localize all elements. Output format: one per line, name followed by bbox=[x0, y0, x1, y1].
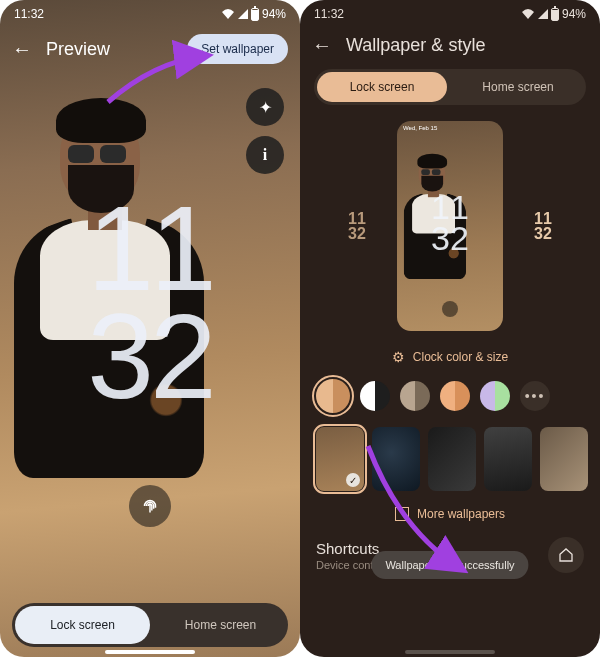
color-swatches: ••• bbox=[300, 379, 600, 427]
status-bar: 11:32 94% bbox=[0, 0, 300, 28]
wallpaper-thumb-4[interactable] bbox=[484, 427, 532, 491]
clock-style-option-left[interactable]: 1132 bbox=[335, 201, 379, 251]
wallpaper-thumb-5[interactable] bbox=[540, 427, 588, 491]
lock-clock: 11 32 bbox=[87, 194, 212, 410]
top-bar: ← Preview Set wallpaper bbox=[0, 28, 300, 70]
clock-style-row: 1132 Wed, Feb 15 1132 1132 bbox=[300, 117, 600, 341]
color-swatch-4[interactable] bbox=[440, 381, 470, 411]
battery-pct: 94% bbox=[562, 7, 586, 21]
nav-pill[interactable] bbox=[405, 650, 495, 654]
back-icon[interactable]: ← bbox=[12, 38, 32, 61]
nav-pill[interactable] bbox=[105, 650, 195, 654]
clock-hours: 11 bbox=[87, 194, 212, 302]
bottom-tabs: Lock screen Home screen bbox=[12, 603, 288, 647]
more-wallpapers-label: More wallpapers bbox=[417, 507, 505, 521]
preview-screen: 11:32 94% ← Preview Set wallpaper ✦ i 11… bbox=[0, 0, 300, 657]
check-icon: ✓ bbox=[346, 473, 360, 487]
fingerprint-button[interactable] bbox=[129, 485, 171, 527]
fingerprint-icon bbox=[139, 495, 161, 517]
clock-color-size-button[interactable]: ⚙ Clock color & size bbox=[300, 341, 600, 379]
battery-icon bbox=[551, 8, 559, 21]
wallpaper-thumb-3[interactable] bbox=[428, 427, 476, 491]
status-time: 11:32 bbox=[314, 7, 344, 21]
sparkle-icon: ✦ bbox=[259, 98, 272, 117]
clock-style-option-right[interactable]: 1132 bbox=[521, 201, 565, 251]
more-colors-button[interactable]: ••• bbox=[520, 381, 550, 411]
info-button[interactable]: i bbox=[246, 136, 284, 174]
page-title: Preview bbox=[46, 39, 173, 60]
mini-clock: 1132 bbox=[431, 192, 469, 253]
page-title: Wallpaper & style bbox=[346, 35, 588, 56]
battery-pct: 94% bbox=[262, 7, 286, 21]
color-swatch-1[interactable] bbox=[316, 379, 350, 413]
wifi-icon bbox=[221, 8, 235, 20]
wallpaper-icon bbox=[395, 507, 409, 521]
info-icon: i bbox=[263, 146, 267, 164]
back-icon[interactable]: ← bbox=[312, 34, 332, 57]
toast-message: Wallpaper set successfully bbox=[371, 551, 528, 579]
gear-icon: ⚙ bbox=[392, 349, 405, 365]
status-icons: 94% bbox=[221, 7, 286, 21]
screen-tabs: Lock screen Home screen bbox=[314, 69, 586, 105]
tab-lock-screen[interactable]: Lock screen bbox=[317, 72, 447, 102]
color-swatch-2[interactable] bbox=[360, 381, 390, 411]
status-icons: 94% bbox=[521, 7, 586, 21]
tab-lock-screen[interactable]: Lock screen bbox=[15, 606, 150, 644]
set-wallpaper-button[interactable]: Set wallpaper bbox=[187, 34, 288, 64]
tab-home-screen[interactable]: Home screen bbox=[453, 72, 583, 102]
clock-color-size-label: Clock color & size bbox=[413, 350, 508, 364]
more-wallpapers-button[interactable]: More wallpapers bbox=[300, 501, 600, 537]
status-time: 11:32 bbox=[14, 7, 44, 21]
home-icon bbox=[558, 547, 574, 563]
wallpaper-thumb-1[interactable]: ✓ bbox=[316, 427, 364, 491]
status-bar: 11:32 94% bbox=[300, 0, 600, 28]
effects-button[interactable]: ✦ bbox=[246, 88, 284, 126]
wifi-icon bbox=[521, 8, 535, 20]
battery-icon bbox=[251, 8, 259, 21]
top-bar: ← Wallpaper & style bbox=[300, 28, 600, 63]
color-swatch-5[interactable] bbox=[480, 381, 510, 411]
signal-icon bbox=[538, 9, 548, 19]
wallpaper-thumbnails: ✓ bbox=[300, 427, 600, 501]
lock-screen-preview[interactable]: Wed, Feb 15 1132 bbox=[397, 121, 503, 331]
wallpaper-thumb-2[interactable] bbox=[372, 427, 420, 491]
mini-status-date: Wed, Feb 15 bbox=[397, 121, 503, 135]
mini-fingerprint-icon bbox=[442, 301, 458, 317]
wallpaper-style-screen: 11:32 94% ← Wallpaper & style Lock scree… bbox=[300, 0, 600, 657]
signal-icon bbox=[238, 9, 248, 19]
home-shortcut-button[interactable] bbox=[548, 537, 584, 573]
clock-minutes: 32 bbox=[87, 302, 212, 410]
tab-home-screen[interactable]: Home screen bbox=[153, 603, 288, 647]
color-swatch-3[interactable] bbox=[400, 381, 430, 411]
